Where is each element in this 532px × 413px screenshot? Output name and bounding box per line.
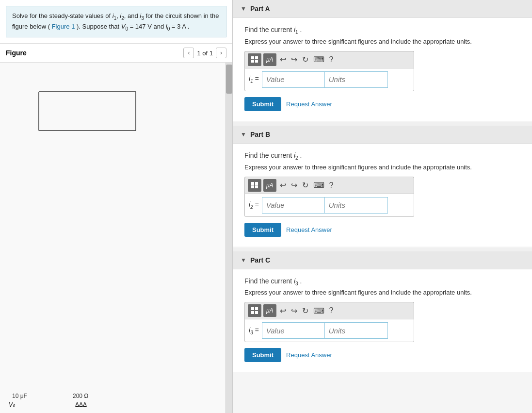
part-section-c: ▼ Part C Find the current i3 . Express y…	[233, 251, 532, 372]
separator-ab	[233, 122, 532, 126]
part-c-value-input[interactable]	[262, 322, 325, 339]
part-a-redo-btn[interactable]: ↪	[290, 53, 299, 66]
circuit-label1: 10 μF	[12, 393, 27, 399]
figure-header: Figure ‹ 1 of 1 ›	[0, 43, 232, 62]
problem-and: and	[153, 23, 165, 30]
part-c-action-row: Submit Request Answer	[244, 348, 520, 362]
part-a-undo-btn[interactable]: ↩	[278, 53, 288, 66]
right-panel: ▼ Part A Find the current i1 . Express y…	[233, 0, 532, 413]
problem-period: .	[188, 23, 190, 30]
part-b-undo-btn[interactable]: ↩	[278, 179, 288, 192]
circuit-label-val1: V₀	[9, 401, 15, 408]
part-a-grid-btn[interactable]	[248, 53, 261, 66]
part-b-reset-btn[interactable]: ↻	[301, 179, 310, 192]
part-b-request-link[interactable]: Request Answer	[286, 226, 332, 233]
part-header-b[interactable]: ▼ Part B	[233, 126, 532, 144]
problem-vars: i1, i2, and i3	[113, 12, 144, 19]
part-c-var-label: i3 =	[249, 326, 259, 335]
part-c-arrow: ▼	[241, 257, 246, 264]
part-a-keyboard-btn[interactable]: ⌨	[312, 53, 326, 66]
part-b-grid-btn[interactable]	[248, 179, 261, 192]
part-c-help-btn[interactable]: ?	[328, 304, 335, 317]
part-c-answer-area: i3 =	[244, 319, 414, 342]
part-a-answer-area: i1 =	[244, 68, 414, 91]
figure-nav: ‹ 1 of 1 ›	[183, 48, 226, 58]
problem-condition2: i0 = 3 A	[166, 23, 186, 30]
part-a-express-text: Express your answer to three significant…	[244, 38, 520, 45]
figure-next-button[interactable]: ›	[216, 48, 226, 58]
part-c-find-text: Find the current i3 .	[244, 277, 520, 286]
part-b-express-text: Express your answer to three significant…	[244, 164, 520, 171]
part-b-submit-button[interactable]: Submit	[244, 223, 281, 237]
part-a-arrow: ▼	[241, 5, 246, 12]
part-c-reset-btn[interactable]: ↻	[301, 304, 310, 317]
part-a-help-btn[interactable]: ?	[328, 53, 335, 66]
part-content-b: Find the current i2 . Express your answe…	[233, 144, 532, 247]
part-c-undo-btn[interactable]: ↩	[278, 304, 288, 317]
part-content-c: Find the current i3 . Express your answe…	[233, 269, 532, 372]
circuit-diagram	[0, 63, 218, 140]
part-section-b: ▼ Part B Find the current i2 . Express y…	[233, 126, 532, 247]
part-c-express-text: Express your answer to three significant…	[244, 289, 520, 296]
part-a-find-text: Find the current i1 .	[244, 26, 520, 35]
part-a-value-input[interactable]	[262, 71, 325, 88]
part-b-redo-btn[interactable]: ↪	[290, 179, 299, 192]
part-a-toolbar: μΑ ↩ ↪ ↻ ⌨ ?	[244, 51, 414, 68]
part-c-redo-btn[interactable]: ↪	[290, 304, 299, 317]
part-a-units-input[interactable]	[325, 71, 388, 88]
part-a-label: Part A	[250, 5, 270, 13]
part-a-submit-button[interactable]: Submit	[244, 97, 281, 111]
part-b-units-input[interactable]	[325, 197, 388, 214]
problem-statement: Solve for the steady-state values of i1,…	[6, 6, 226, 37]
part-b-toolbar: μΑ ↩ ↪ ↻ ⌨ ?	[244, 177, 414, 194]
circuit-label2: 200 Ω	[73, 393, 88, 399]
part-a-ua-btn[interactable]: μΑ	[263, 53, 276, 66]
part-c-label: Part C	[250, 256, 270, 264]
part-content-a: Find the current i1 . Express your answe…	[233, 18, 532, 121]
part-c-grid-btn[interactable]	[248, 304, 261, 317]
part-a-var-label: i1 =	[249, 75, 259, 84]
part-b-action-row: Submit Request Answer	[244, 223, 520, 237]
figure-pagination: 1 of 1	[197, 50, 213, 57]
figure-title: Figure	[6, 49, 27, 57]
problem-condition1: V0 = 147 V	[121, 23, 152, 30]
part-a-reset-btn[interactable]: ↻	[301, 53, 310, 66]
part-a-request-link[interactable]: Request Answer	[286, 100, 332, 108]
part-c-toolbar: μΑ ↩ ↪ ↻ ⌨ ?	[244, 302, 414, 319]
part-b-var-label: i2 =	[249, 200, 259, 210]
part-section-a: ▼ Part A Find the current i1 . Express y…	[233, 0, 532, 121]
figure-area: Figure ‹ 1 of 1 › 10 μF 200 Ω V₀ ΔΔΔ	[0, 43, 232, 413]
part-c-submit-button[interactable]: Submit	[244, 348, 281, 362]
part-c-ua-btn[interactable]: μΑ	[263, 304, 276, 317]
problem-text-prefix: Solve for the steady-state values of	[12, 12, 113, 19]
figure-prev-button[interactable]: ‹	[183, 48, 194, 58]
part-c-keyboard-btn[interactable]: ⌨	[312, 304, 326, 317]
part-header-c[interactable]: ▼ Part C	[233, 251, 532, 269]
part-b-keyboard-btn[interactable]: ⌨	[312, 179, 326, 192]
part-b-label: Part B	[250, 131, 270, 138]
figure-scroll-indicator[interactable]	[226, 63, 232, 413]
part-b-arrow: ▼	[241, 131, 246, 138]
figure-scroll-thumb	[226, 65, 232, 94]
problem-text-suffix2: ). Suppose that	[77, 23, 121, 30]
figure-link[interactable]: Figure 1	[52, 23, 75, 30]
separator-bc	[233, 248, 532, 251]
part-b-find-text: Find the current i2 .	[244, 151, 520, 161]
part-b-help-btn[interactable]: ?	[328, 179, 335, 192]
figure-canvas: 10 μF 200 Ω V₀ ΔΔΔ	[0, 62, 232, 413]
part-b-ua-btn[interactable]: μΑ	[263, 179, 276, 192]
circuit-label-val2: ΔΔΔ	[75, 401, 87, 408]
part-a-action-row: Submit Request Answer	[244, 97, 520, 111]
part-c-request-link[interactable]: Request Answer	[286, 351, 332, 359]
left-panel: Solve for the steady-state values of i1,…	[0, 0, 233, 413]
part-c-units-input[interactable]	[325, 322, 388, 339]
part-b-value-input[interactable]	[262, 197, 325, 214]
part-header-a[interactable]: ▼ Part A	[233, 0, 532, 18]
part-b-answer-area: i2 =	[244, 194, 414, 217]
